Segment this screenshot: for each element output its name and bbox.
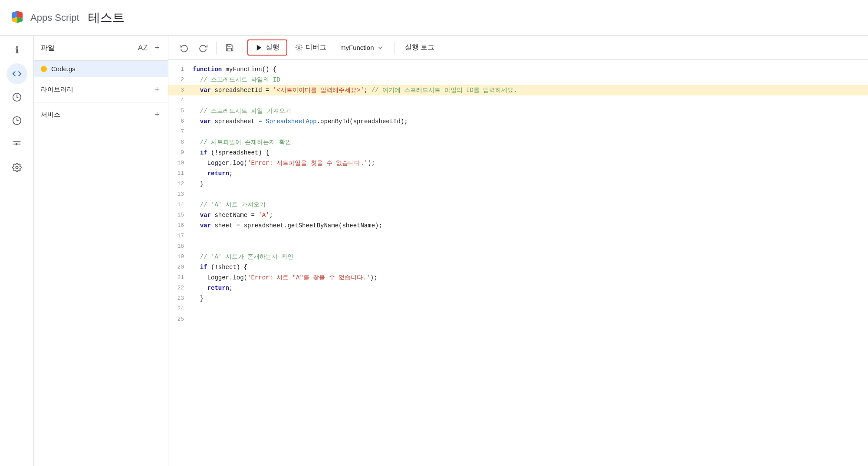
file-item-code-gs[interactable]: Code.gs [34, 61, 168, 77]
code-line-14: 14 // 'A' 시트 가져오기 [168, 200, 868, 210]
code-line-22: 22 return; [168, 283, 868, 293]
project-name-label: 테스트 [88, 10, 125, 26]
redo-btn[interactable] [194, 40, 212, 56]
file-header-actions: AZ + [136, 42, 161, 54]
app-name-label: Apps Script [30, 12, 79, 23]
toolbar-divider-3 [394, 42, 395, 54]
code-line-18: 18 [168, 241, 868, 252]
code-line-2: 2 // 스프레드시트 파일의 ID [168, 75, 868, 85]
info-sidebar-btn[interactable]: ℹ [7, 40, 27, 61]
file-panel-header: 파일 AZ + [34, 36, 168, 61]
run-label: 실행 [266, 43, 279, 52]
code-editor[interactable]: 1 function myFunction() { 2 // 스프레드시트 파일… [168, 60, 868, 466]
toolbar: 실행 디버그 myFunction 실행 로그 [168, 36, 868, 60]
executions-sidebar-btn[interactable] [7, 134, 27, 154]
code-line-20: 20 if (!sheet) { [168, 262, 868, 272]
code-line-9: 9 if (!spreadsheet) { [168, 148, 868, 158]
library-section-title: 라이브러리 [41, 85, 73, 94]
toolbar-divider-2 [243, 42, 243, 54]
save-btn[interactable] [221, 40, 238, 56]
code-line-19: 19 // 'A' 시트가 존재하는지 확인 [168, 252, 868, 262]
triggers-sidebar-btn[interactable] [7, 110, 27, 131]
code-line-16: 16 var sheet = spreadsheet.getSheetByNam… [168, 220, 868, 231]
add-service-btn[interactable]: + [153, 108, 161, 121]
code-line-25: 25 [168, 314, 868, 325]
code-line-24: 24 [168, 304, 868, 314]
app-logo: Apps Script [9, 9, 88, 26]
svg-marker-9 [16, 142, 18, 145]
code-line-3: 3 var spreadsheetId = '<시트아이디를 입력해주세요>';… [168, 85, 868, 95]
google-logo-icon [9, 9, 26, 26]
app-header: Apps Script 테스트 [0, 0, 868, 36]
toolbar-divider-1 [216, 42, 217, 54]
svg-marker-11 [257, 45, 262, 51]
function-name-label: myFunction [340, 44, 374, 51]
svg-point-10 [16, 166, 18, 169]
svg-point-12 [298, 46, 300, 49]
code-line-10: 10 Logger.log('Error: 시트파일을 찾을 수 없습니다.')… [168, 158, 868, 168]
right-panel: 실행 디버그 myFunction 실행 로그 [168, 36, 868, 466]
code-line-5: 5 // 스프레드시트 파일 가져오기 [168, 106, 868, 116]
code-line-15: 15 var sheetName = 'A'; [168, 210, 868, 220]
settings-sidebar-btn[interactable] [7, 157, 27, 178]
services-section: 서비스 + [34, 102, 168, 127]
exec-log-btn[interactable]: 실행 로그 [399, 40, 441, 55]
debug-label: 디버그 [306, 43, 326, 52]
debug-btn[interactable]: 디버그 [289, 40, 332, 55]
code-line-1: 1 function myFunction() { [168, 64, 868, 75]
add-file-btn[interactable]: + [153, 42, 161, 54]
file-panel: 파일 AZ + Code.gs 라이브러리 + 서비스 + [34, 36, 168, 466]
code-line-12: 12 } [168, 179, 868, 189]
file-name-label: Code.gs [51, 65, 76, 72]
sidebar-icons: ℹ [0, 36, 34, 466]
code-line-21: 21 Logger.log('Error: 시트 "A"를 찾을 수 없습니다.… [168, 272, 868, 283]
code-line-17: 17 [168, 231, 868, 241]
file-section-title: 파일 [41, 43, 55, 53]
services-section-title: 서비스 [41, 111, 60, 119]
add-library-btn[interactable]: + [153, 83, 161, 96]
code-line-6: 6 var spreadsheet = SpreadsheetApp.openB… [168, 116, 868, 127]
code-line-8: 8 // 시트파일이 존재하는지 확인 [168, 137, 868, 148]
sort-files-btn[interactable]: AZ [136, 42, 149, 54]
function-select-btn[interactable]: myFunction [334, 41, 390, 54]
library-section: 라이브러리 + [34, 77, 168, 102]
exec-log-label: 실행 로그 [405, 43, 434, 52]
code-line-13: 13 [168, 189, 868, 200]
editor-sidebar-btn[interactable] [7, 63, 27, 84]
history-sidebar-btn[interactable] [7, 87, 27, 108]
main-layout: ℹ [0, 36, 868, 466]
file-dot-icon [41, 66, 47, 72]
code-line-4: 4 [168, 95, 868, 106]
undo-btn[interactable] [175, 40, 193, 56]
run-btn[interactable]: 실행 [247, 39, 287, 56]
code-line-11: 11 return; [168, 168, 868, 179]
code-line-23: 23 } [168, 293, 868, 304]
code-line-7: 7 [168, 127, 868, 137]
